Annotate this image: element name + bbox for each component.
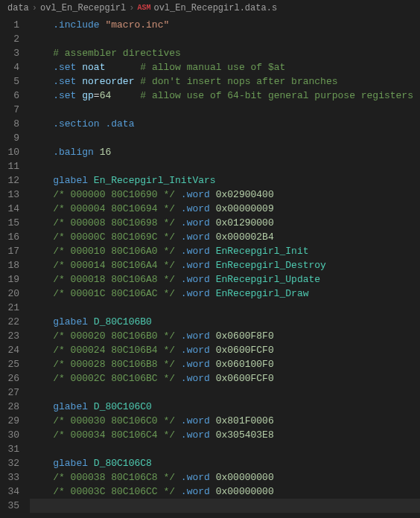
code-line[interactable]: [30, 499, 420, 513]
code-line[interactable]: glabel D_80C106C8: [30, 456, 420, 470]
token-plain: [210, 472, 216, 483]
line-number: 34: [0, 485, 19, 499]
code-line[interactable]: .section .data: [30, 117, 420, 131]
line-number: 13: [0, 188, 19, 202]
code-line[interactable]: [30, 301, 420, 315]
token-directive: .word: [181, 246, 210, 257]
token-number: 0x00000000: [216, 486, 274, 497]
code-line[interactable]: /* 000038 80C106C8 */ .word 0x00000000: [30, 470, 420, 485]
line-number: 25: [0, 357, 19, 371]
code-line[interactable]: .set noreorder # don't insert nops after…: [30, 74, 420, 89]
code-line[interactable]: /* 000028 80C106B8 */ .word 0x060100F0: [30, 357, 420, 371]
code-line[interactable]: /* 000030 80C106C0 */ .word 0x801F0006: [30, 414, 420, 428]
code-line[interactable]: glabel D_80C106C0: [30, 400, 420, 414]
token-directive: .data: [105, 118, 134, 130]
token-opcode: glabel: [53, 175, 88, 186]
breadcrumb[interactable]: data › ovl_En_Recepgirl › ASM ovl_En_Rec…: [0, 0, 420, 16]
token-plain: [30, 316, 53, 327]
code-line[interactable]: [30, 103, 420, 117]
code-line[interactable]: .include "macro.inc": [30, 18, 420, 32]
code-line[interactable]: /* 00002C 80C106BC */ .word 0x0600FCF0: [30, 371, 420, 386]
token-label: EnRecepgirl_Draw: [216, 288, 309, 299]
line-number: 31: [0, 442, 19, 456]
code-line[interactable]: /* 000004 80C10694 */ .word 0x00000009: [30, 202, 420, 216]
token-plain: [210, 189, 216, 200]
code-line[interactable]: glabel En_Recepgirl_InitVars: [30, 173, 420, 188]
token-number: 0x02900400: [216, 189, 274, 200]
breadcrumb-folder[interactable]: data: [7, 3, 29, 13]
code-line[interactable]: /* 00001C 80C106AC */ .word EnRecepgirl_…: [30, 287, 420, 301]
token-plain: [175, 415, 181, 426]
code-editor[interactable]: 1234567891011121314151617181920212223242…: [0, 16, 420, 518]
token-comment: /* 000008 80C10698 */: [53, 217, 175, 228]
token-plain: [175, 373, 181, 384]
token-plain: [210, 231, 216, 243]
line-number: 23: [0, 329, 19, 343]
token-plain: [30, 415, 53, 426]
line-number: 5: [0, 74, 19, 89]
code-line[interactable]: /* 00003C 80C106CC */ .word 0x00000000: [30, 485, 420, 499]
token-number: 0x00000009: [216, 203, 274, 214]
token-label: D_80C106C8: [94, 458, 152, 469]
token-plain: [30, 62, 53, 73]
token-plain: [94, 147, 100, 158]
code-line[interactable]: /* 000000 80C10690 */ .word 0x02900400: [30, 188, 420, 202]
line-number: 1: [0, 18, 19, 32]
assembly-file-icon: ASM: [137, 4, 150, 12]
code-line[interactable]: /* 000008 80C10698 */ .word 0x01290000: [30, 216, 420, 230]
code-line[interactable]: # assembler directives: [30, 46, 420, 60]
token-comment: /* 000000 80C10690 */: [53, 189, 175, 200]
line-number-gutter: 1234567891011121314151617181920212223242…: [0, 16, 30, 518]
token-plain: [175, 203, 181, 214]
token-ident: noreorder: [82, 76, 134, 87]
line-number: 9: [0, 131, 19, 145]
token-directive: .word: [181, 274, 210, 285]
token-comment: /* 000014 80C106A4 */: [53, 260, 175, 271]
breadcrumb-folder[interactable]: ovl_En_Recepgirl: [40, 3, 126, 13]
code-line[interactable]: /* 000010 80C106A0 */ .word EnRecepgirl_…: [30, 244, 420, 258]
code-line[interactable]: [30, 32, 420, 46]
token-plain: [30, 486, 53, 497]
token-directive: .word: [181, 415, 210, 426]
code-area[interactable]: .include "macro.inc" # assembler directi…: [30, 16, 420, 518]
token-directive: .word: [181, 189, 210, 200]
token-plain: [210, 486, 216, 497]
token-plain: [210, 203, 216, 214]
token-plain: [30, 288, 53, 299]
code-line[interactable]: /* 000018 80C106A8 */ .word EnRecepgirl_…: [30, 272, 420, 287]
token-directive: .word: [181, 472, 210, 483]
token-ident: gp: [82, 90, 94, 101]
breadcrumb-file[interactable]: ovl_En_Recepgirl.data.s: [153, 3, 277, 13]
code-line[interactable]: /* 000034 80C106C4 */ .word 0x305403E8: [30, 428, 420, 442]
token-plain: [175, 246, 181, 257]
code-line[interactable]: glabel D_80C106B0: [30, 315, 420, 329]
token-plain: [175, 260, 181, 271]
token-comment: /* 00003C 80C106CC */: [53, 486, 175, 497]
code-line[interactable]: [30, 442, 420, 456]
token-plain: [210, 415, 216, 426]
token-number: 64: [100, 90, 112, 101]
code-line[interactable]: [30, 159, 420, 173]
line-number: 29: [0, 414, 19, 428]
token-plain: [30, 19, 53, 31]
token-directive: .word: [181, 330, 210, 342]
token-plain: [210, 274, 216, 285]
code-line[interactable]: .balign 16: [30, 145, 420, 159]
code-line[interactable]: /* 000014 80C106A4 */ .word EnRecepgirl_…: [30, 258, 420, 272]
code-line[interactable]: .set gp=64 # allow use of 64-bit general…: [30, 89, 420, 103]
line-number: 20: [0, 287, 19, 301]
code-line[interactable]: [30, 131, 420, 145]
token-plain: [175, 359, 181, 370]
token-comment: # don't insert nops after branches: [140, 76, 337, 87]
code-line[interactable]: .set noat # allow manual use of $at: [30, 60, 420, 74]
code-line[interactable]: /* 000020 80C106B0 */ .word 0x0600F8F0: [30, 329, 420, 343]
token-directive: .section: [53, 118, 99, 130]
token-comment: /* 000038 80C106C8 */: [53, 472, 175, 483]
token-comment: # allow use of 64-bit general purpose re…: [140, 90, 413, 101]
code-line[interactable]: /* 00000C 80C1069C */ .word 0x000002B4: [30, 230, 420, 244]
token-plain: [111, 90, 140, 101]
token-plain: [210, 345, 216, 356]
code-line[interactable]: [30, 386, 420, 400]
code-line[interactable]: /* 000024 80C106B4 */ .word 0x0600FCF0: [30, 343, 420, 357]
token-plain: [210, 260, 216, 271]
